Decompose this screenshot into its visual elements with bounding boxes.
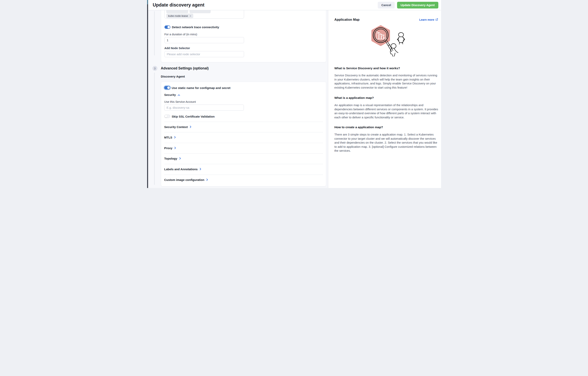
section-heading: What is Service Discovery and how it wor… xyxy=(335,66,400,70)
row-label: Proxy xyxy=(164,146,173,150)
service-account-input[interactable] xyxy=(164,104,244,111)
left-nav-rail[interactable] xyxy=(147,0,148,188)
row-label: Security Context xyxy=(164,125,188,129)
duration-input[interactable] xyxy=(164,37,244,43)
stick-figure-holding xyxy=(390,44,398,56)
section-divider xyxy=(164,164,323,164)
detect-network-trace-label: Detect network trace connectivity xyxy=(172,25,219,29)
application-map-illustration xyxy=(370,25,407,59)
section-heading: What is a application map? xyxy=(335,96,374,100)
row-label: Labels and Annotations xyxy=(164,167,198,171)
stepper-line-step3 xyxy=(154,73,155,185)
step2-card: kube-node-lease × Detect network trace c… xyxy=(161,4,326,62)
chevron-right-icon xyxy=(206,178,208,181)
update-discovery-agent-page: kube-node-lease × Detect network trace c… xyxy=(147,0,441,188)
security-section-label: Security xyxy=(164,93,176,96)
step3-number-badge: 3 xyxy=(152,66,157,71)
proxy-row[interactable]: Proxy xyxy=(164,146,176,150)
chip-label: kube-node-lease xyxy=(168,14,188,17)
chevron-up-icon xyxy=(178,93,180,96)
section-body: There are 3 simple steps to create a app… xyxy=(335,133,438,153)
chevron-right-icon xyxy=(200,167,201,171)
stick-figure-standing xyxy=(397,32,405,44)
section-body: Service Discovery is the automatic detec… xyxy=(335,73,438,90)
toggle-knob xyxy=(165,115,167,118)
chevron-right-icon xyxy=(174,136,176,139)
node-selector-label: Add Node Selector xyxy=(164,47,190,50)
section-divider xyxy=(164,143,323,143)
learn-more-label: Learn more xyxy=(419,18,434,21)
learn-more-link[interactable]: Learn more xyxy=(419,18,438,21)
chevron-right-icon xyxy=(179,157,181,160)
toggle-knob xyxy=(167,86,170,89)
row-label: Custom image configuration xyxy=(164,178,204,181)
panel-title: Application Map xyxy=(335,18,359,21)
chevron-right-icon xyxy=(190,125,191,129)
custom-image-config-row[interactable]: Custom image configuration xyxy=(164,178,208,181)
duration-label: For a duration of (in mins) xyxy=(164,33,197,36)
static-name-toggle[interactable] xyxy=(164,86,170,89)
step3-title: Advanced Settings (optional) xyxy=(161,66,209,70)
static-name-label: Use static name for configmap and secret xyxy=(172,86,231,90)
service-account-label: Use this Service Account xyxy=(164,100,196,103)
skip-ssl-toggle[interactable] xyxy=(164,115,170,118)
row-label: Topology xyxy=(164,157,177,160)
section-body: An application map is a visual represent… xyxy=(335,103,438,119)
update-discovery-agent-button[interactable]: Update Discovery Agent xyxy=(397,2,438,9)
section-divider xyxy=(164,175,323,175)
labels-annotations-row[interactable]: Labels and Annotations xyxy=(164,167,201,171)
section-heading: How to create a application map? xyxy=(335,125,383,129)
security-section-toggle[interactable]: Security xyxy=(164,93,180,96)
skip-ssl-label: Skip SSL Certificate Validation xyxy=(172,115,215,118)
page-title: Update discovery agent xyxy=(153,2,205,8)
stepper-line-step2 xyxy=(154,11,155,55)
chevron-right-icon xyxy=(174,146,176,150)
cancel-button[interactable]: Cancel xyxy=(378,2,394,9)
discovery-agent-subtitle: Discovery Agent xyxy=(161,75,185,78)
mtls-row[interactable]: MTLS xyxy=(164,136,176,139)
node-selector-input[interactable] xyxy=(164,51,244,57)
nav-rail-active-segment xyxy=(147,0,148,4)
topology-row[interactable]: Topology xyxy=(164,157,181,160)
detect-network-trace-toggle[interactable] xyxy=(164,25,170,29)
row-label: MTLS xyxy=(164,136,172,139)
security-context-row[interactable]: Security Context xyxy=(164,125,191,129)
external-link-icon xyxy=(436,18,438,21)
page-header: Update discovery agent Cancel Update Dis… xyxy=(148,0,441,10)
toggle-knob xyxy=(167,26,170,28)
chip-remove-icon[interactable]: × xyxy=(190,14,191,17)
namespace-chip[interactable]: kube-node-lease × xyxy=(166,14,193,18)
section-divider xyxy=(164,132,323,132)
